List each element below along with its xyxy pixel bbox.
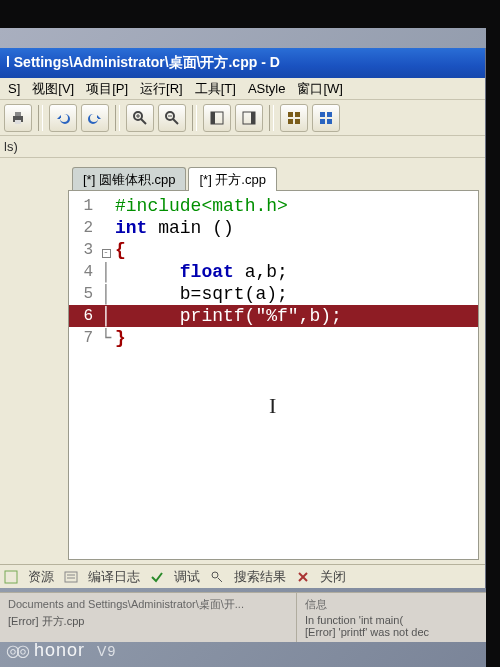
compile-info-header: 信息 [305,597,478,612]
menu-window[interactable]: 窗口[W] [291,78,349,100]
outtab-close[interactable]: 关闭 [320,568,346,586]
fold-gutter: └ [99,327,113,349]
tab-strip: [*] 圆锥体积.cpp [*] 开方.cpp [68,166,479,190]
compiler-output-panel: Documents and Settings\Administrator\桌面\… [0,592,486,642]
panel-left-button[interactable] [203,104,231,132]
line-number: 1 [69,195,99,217]
svg-rect-1 [15,112,21,116]
compile-file-sub: [Error] 开方.cpp [8,614,244,629]
svg-rect-11 [211,112,215,124]
debug-icon [150,570,164,584]
editor-host: [*] 圆锥体积.cpp [*] 开方.cpp 1 #include<math.… [0,158,485,564]
svg-rect-2 [15,120,21,124]
panel-left-icon [209,110,225,126]
redo-icon [87,110,103,126]
redo-button[interactable] [81,104,109,132]
compiler-output-left: Documents and Settings\Administrator\桌面\… [0,593,252,642]
svg-rect-23 [65,572,77,582]
svg-rect-18 [320,112,325,117]
print-icon [10,110,26,126]
menu-partial[interactable]: S] [2,79,26,98]
code-line: 4 │ float a,b; [69,261,478,283]
svg-rect-13 [251,112,255,124]
svg-line-27 [218,578,222,582]
tab-file-2[interactable]: [*] 开方.cpp [188,167,276,191]
menu-project[interactable]: 项目[P] [80,78,134,100]
undo-button[interactable] [49,104,77,132]
close-brace: } [115,328,126,348]
keyword: int [115,218,147,238]
menu-astyle[interactable]: AStyle [242,79,292,98]
code-line: 5 │ b=sqrt(a); [69,283,478,305]
ide-window: l Settings\Administrator\桌面\开方.cpp - D S… [0,48,486,588]
zoom-out-button[interactable] [158,104,186,132]
code-editor[interactable]: 1 #include<math.h> 2 int main () 3 - { 4… [68,190,479,560]
svg-rect-21 [327,119,332,124]
outtab-search[interactable]: 搜索结果 [234,568,286,586]
svg-rect-17 [295,119,300,124]
window-title-text: l Settings\Administrator\桌面\开方.cpp - D [6,54,280,72]
svg-rect-15 [295,112,300,117]
zoom-in-icon [132,110,148,126]
fold-gutter: │ [99,305,113,327]
code-text: a,b; [234,262,288,282]
fold-gutter: │ [99,283,113,305]
compile-run-button[interactable] [312,104,340,132]
zoom-in-button[interactable] [126,104,154,132]
preproc: #include [115,196,201,216]
svg-rect-22 [5,571,17,583]
toolbar-separator [38,105,43,131]
outtab-debug[interactable]: 调试 [174,568,200,586]
fold-toggle[interactable]: - [99,239,113,261]
include-target: <math.h> [201,196,287,216]
code-line: 1 #include<math.h> [69,195,478,217]
keyword: float [180,262,234,282]
tab-file-1[interactable]: [*] 圆锥体积.cpp [72,167,186,191]
print-button[interactable] [4,104,32,132]
menu-run[interactable]: 运行[R] [134,78,189,100]
line-number: 6 [69,305,99,327]
line-number: 3 [69,239,99,261]
code-line: 3 - { [69,239,478,261]
line-number: 2 [69,217,99,239]
line-number: 5 [69,283,99,305]
svg-line-8 [173,119,178,124]
fold-gutter: │ [99,261,113,283]
outtab-resources[interactable]: 资源 [28,568,54,586]
resource-icon [4,570,18,584]
line-number: 4 [69,261,99,283]
toolbar-separator [192,105,197,131]
grid-icon [286,110,302,126]
side-panel-text: ls) [4,139,18,154]
watermark-rings-icon: ◎◎ [6,641,26,660]
compile-file-path: Documents and Settings\Administrator\桌面\… [8,597,244,612]
outtab-compilelog[interactable]: 编译日志 [88,568,140,586]
svg-point-26 [212,572,218,578]
line-number: 7 [69,327,99,349]
device-bezel-right [486,28,500,667]
compiler-output-right: 信息 In function 'int main( [Error] 'print… [296,593,486,642]
compile-button[interactable] [280,104,308,132]
undo-icon [55,110,71,126]
output-tabbar: 资源 编译日志 调试 搜索结果 关闭 [0,564,485,588]
open-brace: { [115,240,126,260]
log-icon [64,570,78,584]
code-line: 2 int main () [69,217,478,239]
menu-bar: S] 视图[V] 项目[P] 运行[R] 工具[T] AStyle 窗口[W] [0,78,485,100]
compile-message-2: [Error] 'printf' was not dec [305,626,478,638]
compile-message-1: In function 'int main( [305,614,478,626]
panel-right-button[interactable] [235,104,263,132]
svg-rect-14 [288,112,293,117]
toolbar [0,100,485,136]
close-icon [296,570,310,584]
menu-view[interactable]: 视图[V] [26,78,80,100]
text-caret: I [269,395,270,417]
grid-blue-icon [318,110,334,126]
svg-rect-20 [320,119,325,124]
menu-tools[interactable]: 工具[T] [189,78,242,100]
code-text: b=sqrt(a); [180,284,288,304]
code-text: printf("%f",b); [180,306,342,326]
window-titlebar[interactable]: l Settings\Administrator\桌面\开方.cpp - D [0,48,485,78]
watermark-brand: honor [34,640,85,661]
svg-rect-16 [288,119,293,124]
